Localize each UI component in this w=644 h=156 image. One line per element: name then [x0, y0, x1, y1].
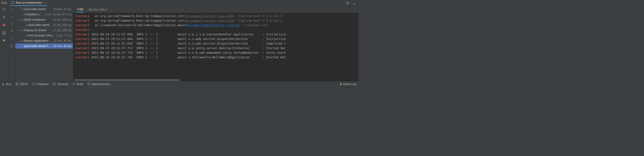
svg-point-46	[33, 84, 34, 85]
horizontal-scrollbar[interactable]	[73, 79, 358, 81]
log-tag: [server]	[75, 51, 90, 54]
log-line: [server] at org.springframework.boot.Spr…	[75, 14, 357, 18]
tree-row[interactable]: java-hello-world13 sec, 454 ms	[15, 22, 73, 27]
tree-node-time: 13 sec, 499 ms	[52, 18, 72, 21]
status-run[interactable]: ▶ Run	[2, 82, 11, 86]
status-event-log-label: Event Log	[344, 82, 356, 86]
expand-arrow-icon[interactable]: ⌄	[18, 18, 21, 21]
log-tag: [server]	[75, 46, 90, 50]
svg-line-34	[22, 40, 23, 40]
play-icon: ▶	[2, 82, 4, 86]
svg-rect-13	[2, 32, 6, 33]
expand-arrow-icon[interactable]: ›	[18, 28, 21, 32]
svg-line-41	[24, 47, 24, 47]
status-dependencies[interactable]: Dependencies	[87, 82, 110, 86]
rerun-button[interactable]	[2, 7, 7, 12]
tree-node-label: java-hello-world	[28, 23, 50, 27]
svg-line-43	[22, 47, 22, 47]
tree-row[interactable]: Initialize session1 min, 25 sec, 473 ms	[15, 12, 73, 17]
filter-icon[interactable]	[10, 22, 14, 26]
layout-icon[interactable]	[2, 30, 7, 35]
spinner-icon	[21, 7, 24, 10]
source-link[interactable]: SpringApplication.java:1343	[185, 14, 234, 18]
log-text-tail: ) ~[spring-boot-2.5.4.jar:2.	[234, 19, 284, 22]
up-arrow-icon[interactable]	[10, 7, 14, 11]
tree-node-time: 52 min, 49 sec	[52, 39, 72, 42]
tree-node-label: java-hello-world:	[24, 7, 46, 11]
status-terminal-label: Terminal	[57, 82, 68, 86]
spinner-icon	[22, 45, 24, 48]
run-label: Run:	[2, 1, 10, 4]
log-text: 2021-08-23 19:11:57.645 INFO 1 --- [ mai…	[90, 42, 286, 45]
status-build-label: Build	[77, 82, 83, 86]
status-event-log[interactable]: Event Log	[340, 82, 356, 86]
expand-icon[interactable]	[10, 29, 14, 33]
status-bar: ▶ Run ☰ TODO Problems Terminal Build Dep…	[0, 81, 358, 87]
trash-icon[interactable]	[10, 44, 14, 48]
status-todo[interactable]: ☰ TODO	[16, 82, 28, 86]
log-console[interactable]: [server] at org.springframework.boot.Spr…	[73, 13, 358, 79]
tree-node-label: Stream application logs	[24, 39, 52, 42]
log-tag: [server]	[75, 14, 90, 18]
status-problems[interactable]: Problems	[32, 82, 48, 86]
svg-marker-0	[12, 1, 14, 4]
svg-rect-15	[11, 38, 13, 39]
log-text: at org.springframework.boot.SpringApplic…	[90, 19, 185, 22]
log-text: 2021-08-23 19:11:57.743 INFO 1 --- [ mai…	[90, 56, 286, 59]
down-arrow-icon[interactable]	[10, 14, 14, 19]
pin-icon[interactable]	[2, 38, 7, 43]
wrench-icon[interactable]	[2, 15, 7, 20]
log-tag: [server]	[75, 56, 90, 59]
source-link[interactable]: SpringApplication.java:1332	[185, 19, 234, 22]
run-toolwindow-header: Run: Run on Kubernetes ✕	[0, 0, 358, 6]
status-terminal[interactable]: Terminal	[53, 82, 68, 86]
run-config-tab[interactable]: Run on Kubernetes ✕	[10, 0, 47, 6]
print-icon	[10, 36, 14, 41]
log-text: at org.springframework.boot.SpringApplic…	[90, 14, 185, 18]
problems-icon	[32, 82, 35, 85]
minimize-icon[interactable]	[351, 1, 357, 5]
svg-line-42	[24, 45, 24, 45]
close-icon[interactable]: ✕	[43, 1, 45, 4]
log-line: [server] 2021-08-23 19:11:57.743 INFO 1 …	[75, 55, 357, 60]
svg-rect-47	[53, 83, 56, 85]
tree-node-label: java-hello-world-78f85d9569-4575r	[24, 44, 52, 48]
log-text-tail: ) ~[spring-boot-2.5.4.jar:2.	[234, 14, 284, 18]
status-todo-label: TODO	[20, 82, 28, 86]
terminal-icon	[53, 83, 56, 85]
status-dependencies-label: Dependencies	[92, 82, 110, 86]
log-tag: [server]	[75, 42, 90, 45]
expand-arrow-icon[interactable]: ⌄	[18, 39, 20, 42]
run-task-tree[interactable]: ⌄java-hello-world:53 min, 20 secInitiali…	[15, 6, 73, 81]
tab-service-urls[interactable]: Service URLs	[88, 6, 107, 13]
checkmark-icon	[25, 23, 28, 26]
tab-logs[interactable]: Logs	[76, 6, 84, 13]
log-line: [server] 2021-08-23 19:11:57.645 INFO 1 …	[75, 41, 357, 46]
log-tag: [server]	[75, 23, 90, 27]
run-actions-toolbar	[0, 6, 8, 81]
gear-icon[interactable]	[344, 1, 351, 5]
svg-line-9	[346, 4, 347, 4]
tree-node-label: Deploy to cluster	[24, 28, 47, 32]
source-link[interactable]: HelloWorldApplication.java:22	[187, 23, 239, 27]
svg-rect-14	[2, 33, 6, 34]
stop-button[interactable]	[2, 22, 7, 27]
svg-rect-16	[11, 37, 12, 38]
log-tag: [server]	[75, 28, 90, 31]
log-tag: [server]	[75, 33, 90, 36]
tree-row[interactable]: ⌄java-hello-world:53 min, 20 sec	[15, 6, 73, 12]
status-build[interactable]: Build	[72, 82, 83, 86]
svg-line-8	[348, 2, 349, 2]
tree-row[interactable]: ⌄Build containers13 sec, 499 ms	[15, 17, 73, 22]
tree-node-time: 1 min, 25 sec, 473 ms	[43, 13, 72, 16]
svg-line-26	[23, 8, 23, 8]
log-text: 2021-08-23 19:11:57.715 INFO 1 --- [ mai…	[90, 51, 286, 54]
tree-row[interactable]: ⌄Stream application logs52 min, 49 sec	[15, 38, 73, 43]
log-line: [server] at cloudcode.helloworld.HelloWo…	[75, 23, 357, 27]
tree-row[interactable]: ›Deploy to cluster12 sec, 169 ms	[15, 27, 73, 33]
tree-row[interactable]: java-hello-world-78f85d9569-4575r52 min,…	[15, 43, 73, 49]
expand-arrow-icon[interactable]: ⌄	[18, 7, 21, 11]
status-run-label: Run	[6, 82, 11, 86]
tree-row[interactable]: Port forward URLs1 sec, 77 ms	[15, 33, 73, 38]
spinner-icon	[20, 39, 24, 42]
